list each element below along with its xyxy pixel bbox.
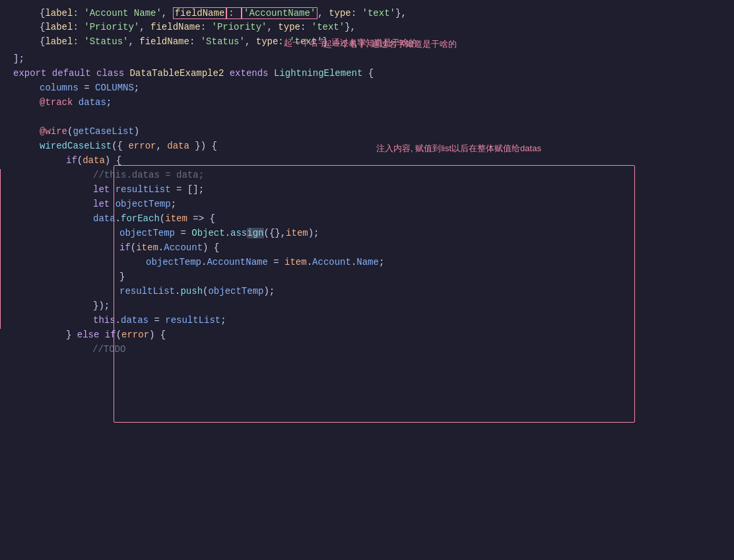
line-text: ) { xyxy=(203,242,219,253)
code-line-6: columns = COLUMNS; xyxy=(0,82,734,96)
line-text: columns xyxy=(40,83,79,93)
line-text: push xyxy=(180,286,203,297)
line-text xyxy=(110,184,115,195)
line-text: } xyxy=(66,330,77,340)
line-text: = xyxy=(79,83,95,93)
code-line-20: resultList.push(objectTemp); xyxy=(0,285,734,300)
code-line-23: } else if(error) { xyxy=(0,329,734,343)
line-text: Account xyxy=(164,242,203,253)
code-line-1: {label: 'Account Name', fieldName: 'Acco… xyxy=(0,7,734,21)
line-text: ({}, xyxy=(264,228,286,238)
code-line-12: //this.datas = data; xyxy=(0,169,734,184)
line-text: //TODO xyxy=(92,344,125,355)
annotation-text-2: 注入内容, 赋值到list以后在整体赋值给datas xyxy=(376,143,541,155)
line-text: . xyxy=(158,242,164,253)
line-text: else xyxy=(77,330,100,340)
line-text: : xyxy=(351,8,362,18)
line-text: : xyxy=(73,22,84,32)
line-text: Account xyxy=(312,257,351,267)
line-text: 'text' xyxy=(312,22,345,32)
code-line-19: } xyxy=(0,271,734,285)
line-text: Object xyxy=(191,228,224,238)
line-text: 'Status' xyxy=(84,36,128,47)
line-text: COLUMNS xyxy=(95,83,134,93)
line-text: . xyxy=(307,257,312,267)
line-text: @wire xyxy=(40,126,67,137)
line-text xyxy=(91,68,96,79)
line-text: 'Priority' xyxy=(212,22,267,32)
line-text: = []; xyxy=(171,184,204,195)
line-text: default xyxy=(52,68,91,79)
line-text: 'Status' xyxy=(201,36,245,47)
line-text: ass xyxy=(230,228,247,238)
line-text xyxy=(224,68,229,79)
line-text: label xyxy=(45,22,73,32)
line-text: ( xyxy=(203,286,208,297)
code-line-7: @track datas; xyxy=(0,96,734,111)
line-text: @track xyxy=(40,97,73,108)
line-text xyxy=(269,68,274,79)
line-text: fieldName xyxy=(139,36,189,47)
line-text: data xyxy=(93,213,116,224)
line-text: if xyxy=(119,242,131,253)
line-text: data xyxy=(167,141,189,151)
line-text: = xyxy=(175,228,191,238)
line-text: forEach xyxy=(121,213,160,224)
line-text: Name xyxy=(356,257,379,267)
line-text: }, xyxy=(345,22,356,32)
line-text: . xyxy=(175,286,180,297)
line-text: . xyxy=(351,257,356,267)
line-text: fieldName xyxy=(150,22,201,32)
line-text: item xyxy=(136,242,158,253)
code-line-24: //TODO xyxy=(0,343,734,358)
line-text: 'Priority' xyxy=(84,22,139,32)
line-text xyxy=(123,141,128,151)
code-line-2: {label: 'Priority', fieldName: 'Priority… xyxy=(0,21,734,36)
line-text: this xyxy=(93,315,116,326)
line-text: if xyxy=(105,330,116,340)
code-line-14: let objectTemp; xyxy=(0,198,734,213)
line-text: ); xyxy=(98,300,110,311)
line-text: ( xyxy=(67,126,73,137)
code-line-10: wiredCaseList({ error, data }) { xyxy=(0,140,734,155)
line-text: 'Account Name' xyxy=(84,8,162,18)
line-text: item xyxy=(284,257,307,267)
line-text xyxy=(46,68,51,79)
line-text: ({ xyxy=(112,141,123,151)
annotation-text-1: 起一个名字, 通过名字知道是干啥的 xyxy=(323,38,457,50)
line-text: . xyxy=(116,213,121,224)
line-text: ) xyxy=(134,126,139,137)
line-text: label xyxy=(45,36,73,47)
line-text: { xyxy=(40,8,45,18)
line-text: : xyxy=(73,8,84,18)
line-text: . xyxy=(225,228,230,238)
line-text: , xyxy=(156,141,167,151)
line-text: export xyxy=(13,68,46,79)
line-text xyxy=(124,68,129,79)
line-text: DataTableExample2 xyxy=(129,68,224,79)
line-text: fieldName xyxy=(173,7,227,19)
line-text: , xyxy=(139,22,150,32)
line-text: ( xyxy=(116,330,121,340)
line-text: AccountName xyxy=(207,257,267,267)
line-text: type xyxy=(278,22,300,32)
line-text: . xyxy=(201,257,207,267)
line-text: ) { xyxy=(105,155,121,166)
line-text: => { xyxy=(187,213,215,224)
line-text: objectTemp xyxy=(119,228,175,238)
line-text: resultList xyxy=(119,286,175,297)
line-text: }) { xyxy=(189,141,217,151)
line-text: }, xyxy=(395,8,407,18)
code-line-15: data.forEach(item => { xyxy=(0,213,734,227)
line-text: type xyxy=(256,36,279,47)
line-text: 'text' xyxy=(362,8,395,18)
line-text: type xyxy=(329,8,351,18)
code-line-8 xyxy=(0,111,734,125)
line-text: wiredCaseList xyxy=(40,141,112,151)
line-text: class xyxy=(96,68,124,79)
line-text: datas xyxy=(79,97,106,108)
line-text: let xyxy=(93,199,110,209)
line-text xyxy=(99,330,104,340)
line-text: ( xyxy=(131,242,136,253)
line-text: label xyxy=(45,8,73,18)
